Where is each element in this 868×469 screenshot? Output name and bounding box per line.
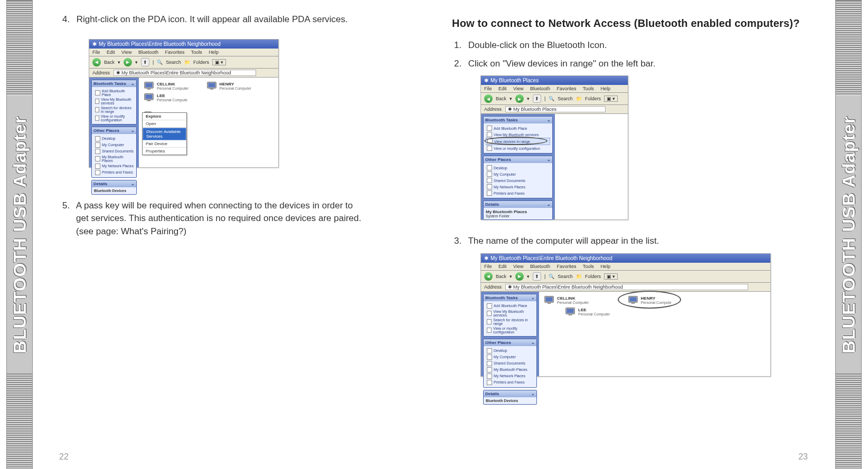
sidebar-item[interactable]: My Computer <box>486 171 550 177</box>
folders-icon[interactable]: 📁 <box>576 96 582 101</box>
menu-view[interactable]: View <box>513 264 523 269</box>
address-field[interactable]: ✱ My Bluetooth Places\Entire Bluetooth N… <box>114 70 256 76</box>
menu-file[interactable]: File <box>484 86 492 91</box>
folders-icon[interactable]: 📁 <box>576 274 582 279</box>
menu-favorites[interactable]: Favorites <box>556 86 576 91</box>
menu-view[interactable]: View <box>121 50 131 55</box>
menu-view[interactable]: View <box>513 86 523 91</box>
ctx-menu-item[interactable]: Discover Available Services <box>143 128 186 140</box>
search-icon[interactable]: 🔍 <box>549 274 554 279</box>
device-item[interactable]: HENRYPersonal Computer <box>206 81 251 91</box>
views-button[interactable]: ▣ ▾ <box>212 59 227 65</box>
sidebar-item[interactable]: My Computer <box>486 354 534 360</box>
back-label[interactable]: Back <box>496 96 506 101</box>
forward-icon[interactable]: ► <box>515 272 524 281</box>
sidebar-item[interactable]: Desktop <box>486 165 550 171</box>
back-icon[interactable]: ◄ <box>484 94 493 103</box>
device-item[interactable]: CELLINKPersonal Computer <box>543 295 589 305</box>
sidebar-item[interactable]: Add Bluetooth Place <box>486 303 534 309</box>
sidebar-item[interactable]: My Bluetooth Places <box>486 367 534 373</box>
chevron-icon[interactable]: ⌄ <box>531 391 535 396</box>
sidebar-item[interactable]: View or modify configuration <box>94 114 134 122</box>
content-pane[interactable]: CELLINKPersonal Computer HENRYPersonal C… <box>539 292 770 376</box>
chevron-icon[interactable]: ⌄ <box>131 128 135 133</box>
chevron-icon[interactable]: ⌄ <box>131 81 135 86</box>
back-label[interactable]: Back <box>104 60 115 65</box>
forward-icon[interactable]: ► <box>124 58 132 66</box>
chevron-icon[interactable]: ⌄ <box>531 340 535 345</box>
sidebar-item[interactable]: My Network Places <box>486 373 534 379</box>
menubar[interactable]: File Edit View Bluetooth Favorites Tools… <box>481 263 770 271</box>
menu-tools[interactable]: Tools <box>583 264 594 269</box>
device-item-highlighted[interactable]: HENRYPersonal Compute <box>627 295 672 305</box>
menu-help[interactable]: Help <box>600 86 610 91</box>
device-item[interactable]: LEEPersonal Compute <box>143 92 187 103</box>
folders-label[interactable]: Folders <box>193 60 209 65</box>
chevron-icon[interactable]: ⌄ <box>547 118 551 122</box>
folders-label[interactable]: Folders <box>585 96 601 101</box>
menu-bluetooth[interactable]: Bluetooth <box>530 264 550 269</box>
menu-bluetooth[interactable]: Bluetooth <box>530 86 550 91</box>
sidebar-item-view-devices[interactable]: View devices in range <box>486 138 550 145</box>
ctx-menu-item[interactable]: Open <box>143 120 186 128</box>
device-item[interactable]: LEEPersonal Computer <box>564 307 610 317</box>
content-pane[interactable] <box>555 114 628 219</box>
sidebar-item[interactable]: Desktop <box>486 348 534 354</box>
sidebar-item[interactable]: My Network Places <box>486 184 550 190</box>
folders-icon[interactable]: 📁 <box>184 60 190 65</box>
forward-icon[interactable]: ► <box>515 94 524 103</box>
window-titlebar[interactable]: ✱ My Bluetooth Places\Entire Bluetooth N… <box>89 40 278 49</box>
address-field[interactable]: ✱ My Bluetooth Places <box>505 106 606 112</box>
address-bar[interactable]: Address ✱ My Bluetooth Places\Entire Blu… <box>89 69 278 78</box>
sidebar-item[interactable]: View or modify configuration <box>486 145 550 151</box>
back-icon[interactable]: ◄ <box>92 58 101 66</box>
menu-edit[interactable]: Edit <box>498 264 507 269</box>
menu-edit[interactable]: Edit <box>498 86 507 91</box>
up-icon[interactable]: ⬆ <box>141 58 149 66</box>
sidebar-item[interactable]: My Computer <box>94 142 134 148</box>
menu-favorites[interactable]: Favorites <box>165 50 184 55</box>
search-label[interactable]: Search <box>166 60 181 65</box>
sidebar-item[interactable]: Shared Documents <box>94 148 134 155</box>
address-bar[interactable]: Address ✱ My Bluetooth Places\Entire Blu… <box>481 283 770 292</box>
menubar[interactable]: File Edit View Bluetooth Favorites Tools… <box>481 85 628 93</box>
ctx-menu-item[interactable]: Properties <box>143 148 186 155</box>
up-icon[interactable]: ⬆ <box>533 94 541 103</box>
ctx-menu-item[interactable]: Explore <box>143 113 186 120</box>
sidebar-item[interactable]: Desktop <box>94 136 134 142</box>
sidebar-item[interactable]: View My Bluetooth services <box>486 309 534 318</box>
menu-file[interactable]: File <box>92 50 100 55</box>
sidebar-item[interactable]: Add Bluetooth Place <box>486 125 550 131</box>
search-label[interactable]: Search <box>558 274 573 279</box>
sidebar-item[interactable]: Printers and Faxes <box>94 169 134 176</box>
device-item[interactable]: CELLINKPersonal Computer <box>143 81 188 91</box>
search-icon[interactable]: 🔍 <box>549 96 554 101</box>
menu-help[interactable]: Help <box>600 264 610 269</box>
sidebar-item[interactable]: Search for devices in range <box>94 106 134 114</box>
ctx-menu-item[interactable]: Pair Device <box>143 140 186 148</box>
sidebar-item[interactable]: View My Bluetooth services <box>94 97 134 106</box>
views-button[interactable]: ▣ ▾ <box>604 273 618 280</box>
menu-tools[interactable]: Tools <box>583 86 594 91</box>
chevron-icon[interactable]: ⌄ <box>547 202 551 207</box>
search-label[interactable]: Search <box>558 96 573 101</box>
up-icon[interactable]: ⬆ <box>533 272 541 281</box>
chevron-icon[interactable]: ⌄ <box>131 181 135 186</box>
sidebar-item[interactable]: Printers and Faxes <box>486 379 534 386</box>
content-pane[interactable]: CELLINKPersonal Computer HENRYPersonal C… <box>139 78 278 167</box>
window-titlebar[interactable]: ✱ My Bluetooth Places\Entire Bluetooth N… <box>481 254 770 263</box>
sidebar-item[interactable]: Printers and Faxes <box>486 190 550 196</box>
sidebar-item[interactable]: View or modify configuration <box>486 326 534 334</box>
back-label[interactable]: Back <box>496 274 506 279</box>
sidebar-item[interactable]: My Bluetooth Places <box>94 155 134 163</box>
address-field[interactable]: ✱ My Bluetooth Places\Entire Bluetooth N… <box>505 284 748 290</box>
chevron-icon[interactable]: ⌄ <box>547 157 551 162</box>
sidebar-item[interactable]: Add Bluetooth Place <box>94 89 134 97</box>
menu-tools[interactable]: Tools <box>191 50 202 55</box>
menu-edit[interactable]: Edit <box>107 50 115 55</box>
menu-favorites[interactable]: Favorites <box>556 264 576 269</box>
context-menu[interactable]: Explore Open Discover Available Services… <box>142 112 187 155</box>
folders-label[interactable]: Folders <box>585 274 601 279</box>
window-titlebar[interactable]: ✱ My Bluetooth Places <box>481 76 628 85</box>
menu-bluetooth[interactable]: Bluetooth <box>138 50 158 55</box>
